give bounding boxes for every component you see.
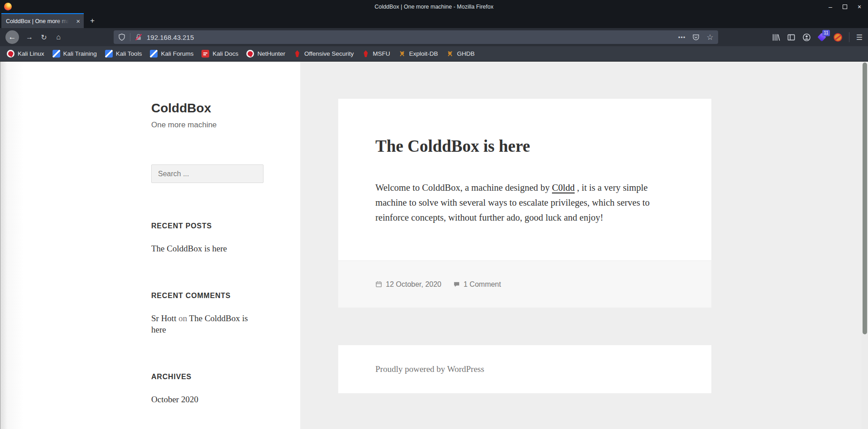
bookmark-star-icon[interactable]: ☆ xyxy=(706,33,713,42)
active-tab[interactable]: ColddBox | One more machine × xyxy=(1,13,84,28)
bookmark-ghdb[interactable]: GHDB xyxy=(442,48,479,60)
author-link[interactable]: C0ldd xyxy=(552,183,575,193)
powered-by-link[interactable]: Proudly powered by WordPress xyxy=(375,364,484,374)
urlbar-separator xyxy=(130,33,130,41)
home-button[interactable]: ⌂ xyxy=(54,33,62,41)
kali-blue-icon xyxy=(105,50,113,58)
reload-button[interactable]: ↻ xyxy=(40,33,48,42)
post-card: The ColddBox is here Welcome to ColddBox… xyxy=(338,99,711,308)
kali-blue-icon xyxy=(150,50,158,58)
forward-button[interactable]: → xyxy=(25,33,34,41)
page-actions-icon[interactable]: ••• xyxy=(678,34,686,41)
minimize-button[interactable]: – xyxy=(827,4,834,10)
new-tab-button[interactable]: + xyxy=(86,13,99,28)
scrollbar-track[interactable] xyxy=(862,62,868,429)
bookmark-kali-docs[interactable]: Kali Docs xyxy=(197,48,242,60)
url-bar[interactable]: 192.168.43.215 ••• ☆ xyxy=(114,30,718,44)
sidebar-toggle-icon[interactable] xyxy=(787,33,796,42)
ghdb-bug-icon xyxy=(446,50,454,58)
bookmarks-toolbar: Kali Linux Kali Training Kali Tools Kali… xyxy=(0,46,868,62)
close-tab-icon[interactable]: × xyxy=(76,18,80,24)
foxyproxy-extension-icon[interactable] xyxy=(834,33,842,42)
window-title: ColddBox | One more machine - Mozilla Fi… xyxy=(374,4,493,10)
bookmark-kali-tools[interactable]: Kali Tools xyxy=(101,48,146,60)
post-meta-footer: 12 October, 2020 1 Comment xyxy=(338,260,711,308)
menu-icon[interactable]: ☰ xyxy=(856,33,863,42)
library-icon[interactable] xyxy=(772,33,780,42)
close-window-button[interactable]: × xyxy=(856,4,863,10)
post-date-link[interactable]: 12 October, 2020 xyxy=(375,280,441,289)
kali-dragon-icon xyxy=(7,50,14,58)
main-content: The ColddBox is here Welcome to ColddBox… xyxy=(300,62,868,429)
post-body: The ColddBox is here Welcome to ColddBox… xyxy=(338,99,711,260)
urlbar-actions: ••• ☆ xyxy=(678,33,714,42)
bookmark-msfu[interactable]: MSFU xyxy=(358,48,394,60)
kali-dragon-icon xyxy=(246,50,254,58)
comment-bubble-icon xyxy=(453,281,460,288)
bookmark-nethunter[interactable]: NetHunter xyxy=(242,48,289,60)
bookmark-offensive-security[interactable]: Offensive Security xyxy=(289,48,358,60)
comment-connector: on xyxy=(178,313,187,323)
page-viewport: ColddBox One more machine RECENT POSTS T… xyxy=(0,62,868,429)
site-tagline: One more machine xyxy=(151,120,264,130)
site-title[interactable]: ColddBox xyxy=(151,101,264,116)
post-title[interactable]: The ColddBox is here xyxy=(375,136,674,157)
extension-badge: 11 xyxy=(822,30,830,36)
extension-icon[interactable]: 11 xyxy=(818,33,827,42)
comment-author-link[interactable]: Sr Hott xyxy=(151,313,176,323)
tab-bar: ColddBox | One more machine × + xyxy=(0,13,868,28)
site-footer-card: Proudly powered by WordPress xyxy=(338,345,711,393)
post-comments-link[interactable]: 1 Comment xyxy=(453,280,501,289)
recent-comments-heading: RECENT COMMENTS xyxy=(151,292,264,299)
firefox-logo-icon xyxy=(4,3,12,10)
maximize-button[interactable] xyxy=(843,5,847,9)
tab-label-fade xyxy=(57,14,71,28)
back-button[interactable]: ← xyxy=(5,30,19,44)
bookmark-kali-linux[interactable]: Kali Linux xyxy=(3,48,48,60)
window-controls: – × xyxy=(827,0,863,13)
pocket-icon[interactable] xyxy=(692,34,700,41)
insecure-lock-icon[interactable] xyxy=(135,34,142,41)
kali-docs-icon xyxy=(201,50,209,58)
window-titlebar: ColddBox | One more machine - Mozilla Fi… xyxy=(0,0,868,13)
recent-posts-heading: RECENT POSTS xyxy=(151,222,264,230)
toolbar-right-cluster: 11 ☰ xyxy=(772,32,863,42)
post-text-before: Welcome to ColddBox, a machine designed … xyxy=(375,183,552,193)
site-sidebar: ColddBox One more machine RECENT POSTS T… xyxy=(0,62,300,429)
recent-comment-item: Sr Hott on The ColddBox is here xyxy=(151,313,264,335)
offsec-icon xyxy=(293,50,301,58)
nav-buttons: ← → ↻ ⌂ xyxy=(5,30,62,44)
archives-heading: ARCHIVES xyxy=(151,373,264,381)
exploitdb-bug-icon xyxy=(398,50,406,58)
calendar-icon xyxy=(375,281,382,288)
bookmark-kali-forums[interactable]: Kali Forums xyxy=(146,48,197,60)
archive-link[interactable]: October 2020 xyxy=(151,394,198,405)
account-icon[interactable] xyxy=(802,33,811,42)
kali-blue-icon xyxy=(53,50,60,58)
navigation-toolbar: ← → ↻ ⌂ 192.168.43.215 ••• ☆ xyxy=(0,28,868,46)
scrollbar-thumb[interactable] xyxy=(863,63,867,334)
recent-post-link[interactable]: The ColddBox is here xyxy=(151,243,227,254)
bookmark-exploit-db[interactable]: Exploit-DB xyxy=(394,48,442,60)
bookmark-kali-training[interactable]: Kali Training xyxy=(48,48,101,60)
toolbar-separator xyxy=(849,32,849,42)
search-input[interactable] xyxy=(151,164,264,183)
url-input[interactable]: 192.168.43.215 xyxy=(147,34,678,41)
offsec-icon xyxy=(362,50,369,58)
tracking-protection-shield-icon[interactable] xyxy=(118,34,125,41)
post-text: Welcome to ColddBox, a machine designed … xyxy=(375,180,675,225)
